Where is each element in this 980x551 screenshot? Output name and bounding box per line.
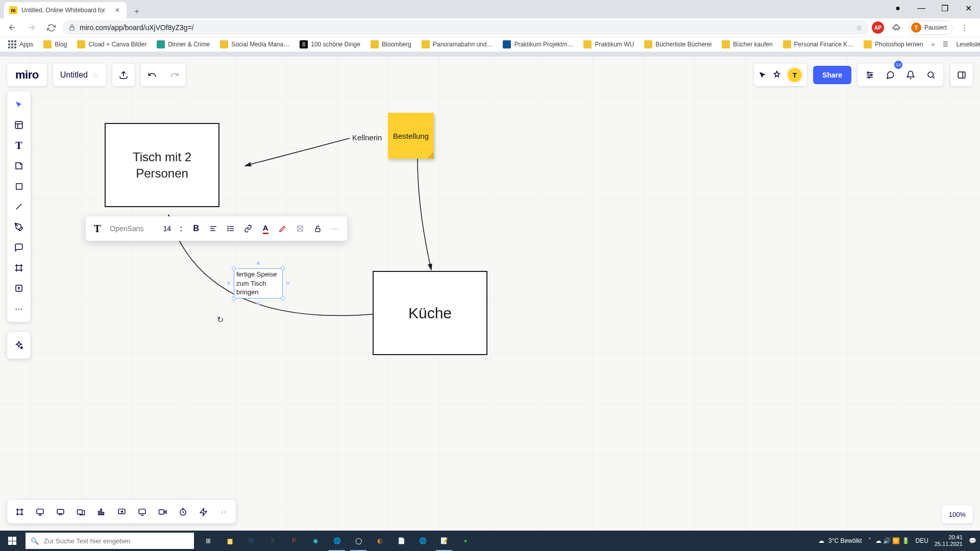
resize-handle[interactable]	[232, 296, 236, 300]
chat-icon[interactable]	[50, 502, 70, 521]
browser-tab[interactable]: m Untitled, Online Whiteboard for ✕	[4, 2, 127, 18]
reactions-icon[interactable]	[772, 64, 781, 86]
task-view-icon[interactable]: ⊞	[198, 531, 218, 551]
bookmark-item[interactable]: B100 schöne Dinge	[296, 38, 364, 51]
close-window-button[interactable]: ✕	[957, 0, 980, 16]
present-icon[interactable]	[30, 502, 50, 521]
bookmark-item[interactable]: Social Media Mana…	[216, 38, 293, 51]
apps-shortcut[interactable]: Apps	[4, 38, 37, 51]
edge-icon[interactable]: 🌐	[412, 531, 433, 551]
video-icon[interactable]	[152, 502, 173, 521]
word-icon[interactable]: W	[241, 531, 261, 551]
comment-tool[interactable]	[7, 237, 31, 258]
logo-pill[interactable]: miro	[7, 64, 47, 86]
edge-icon[interactable]: ◉	[305, 531, 326, 551]
size-down-icon[interactable]: ▼	[179, 229, 183, 233]
notepad-icon[interactable]: 📝	[434, 531, 454, 551]
tray-icons[interactable]: ˄ ☁ 🔊 🛜 🔋	[868, 537, 910, 544]
settings-icon[interactable]	[861, 64, 879, 86]
notification-icon[interactable]: 💬	[969, 537, 976, 544]
templates-tool[interactable]	[7, 115, 31, 135]
taskbar-search[interactable]: 🔍 Zur Suche Text hier eingeben	[26, 533, 194, 549]
comments-icon[interactable]: 14	[881, 64, 899, 86]
bookmark-item[interactable]: Bloomberg	[366, 38, 415, 51]
shape-tool[interactable]	[7, 176, 31, 196]
share-button[interactable]: Share	[813, 66, 851, 84]
app-icon[interactable]: ◐	[370, 531, 390, 551]
shape-kueche[interactable]: Küche	[373, 271, 487, 355]
bookmark-item[interactable]: Bücherliste Bücherei	[640, 38, 716, 51]
clock[interactable]: 20:41 25.11.2021	[935, 534, 963, 547]
rotate-handle[interactable]: ↻	[217, 315, 224, 324]
screen-icon[interactable]	[132, 502, 152, 521]
text-type-icon[interactable]: T	[94, 223, 101, 235]
export-button[interactable]	[112, 64, 135, 86]
omnibox[interactable]: miro.com/app/board/uXjVOf8yZ3g=/ ☆	[62, 20, 869, 35]
star-icon[interactable]: ☆	[92, 70, 99, 80]
powerpoint-icon[interactable]: P	[284, 531, 304, 551]
reload-button[interactable]	[43, 19, 59, 36]
resize-handle[interactable]	[281, 266, 285, 270]
font-size-input[interactable]: 14	[160, 224, 174, 233]
bell-icon[interactable]	[901, 64, 920, 86]
size-up-icon[interactable]: ▲	[179, 225, 183, 229]
side-handle[interactable]	[257, 302, 260, 305]
chrome-menu-icon[interactable]: ⋮	[957, 19, 973, 36]
user-avatar[interactable]: T	[787, 67, 803, 83]
bookmark-item[interactable]: Blog	[39, 38, 71, 51]
forward-button[interactable]	[23, 19, 40, 36]
bookmark-item[interactable]: Panoramabahn und…	[418, 38, 497, 51]
redo-button[interactable]	[163, 64, 186, 86]
text-tool[interactable]: T	[7, 135, 31, 156]
extension-abp-icon[interactable]: AP	[872, 21, 884, 34]
chevron-up-icon[interactable]: ˄	[868, 537, 871, 544]
bookmark-item[interactable]: Praktikum WU	[579, 38, 638, 51]
maximize-button[interactable]: ❐	[933, 0, 957, 16]
vote-icon[interactable]	[91, 502, 111, 521]
upload-tool[interactable]	[7, 278, 31, 298]
sticky-note[interactable]: Bestellung	[388, 113, 434, 159]
minimize-button[interactable]: ―	[910, 0, 933, 16]
frame-tool[interactable]	[7, 258, 31, 278]
canvas[interactable]: Tisch mit 2 Personen Küche Bestellung Ke…	[0, 57, 980, 531]
side-handle[interactable]	[286, 282, 289, 285]
share-screen-icon[interactable]	[111, 502, 132, 521]
list-button[interactable]	[223, 220, 239, 237]
sparkle-icon[interactable]	[7, 335, 31, 356]
bookmark-item[interactable]: Bücher kaufen	[718, 38, 776, 51]
app-icon[interactable]: 📄	[391, 531, 411, 551]
line-tool[interactable]	[7, 196, 31, 217]
select-tool[interactable]	[7, 94, 31, 115]
frames-icon[interactable]	[9, 502, 30, 521]
resize-handle[interactable]	[232, 266, 236, 270]
bookmark-item[interactable]: Cload + Canva Bilder	[73, 38, 151, 51]
cards-icon[interactable]	[70, 502, 91, 521]
label-kellnerin[interactable]: Kellnerin	[352, 133, 382, 142]
input-lang[interactable]: DEU	[916, 537, 928, 544]
bookmark-item[interactable]: Dinner & Crime	[153, 38, 214, 51]
shape-tisch[interactable]: Tisch mit 2 Personen	[105, 123, 219, 207]
more-icon[interactable]: ⋯	[327, 220, 343, 237]
collapse-icon[interactable]: ‹‹	[213, 502, 234, 521]
obs-icon[interactable]: ◯	[348, 531, 369, 551]
highlight-button[interactable]	[275, 220, 291, 237]
profile-chip[interactable]: T Pausiert	[909, 20, 952, 35]
excel-icon[interactable]: X	[262, 531, 283, 551]
back-button[interactable]	[4, 19, 20, 36]
reading-list[interactable]: ☰ Leseliste	[939, 39, 980, 50]
weather-widget[interactable]: ☁ 3°C Bewölkt	[818, 537, 862, 544]
account-dot-icon[interactable]: ●	[886, 0, 910, 16]
close-icon[interactable]: ✕	[113, 6, 121, 14]
zoom-level[interactable]: 100%	[942, 505, 973, 523]
pen-tool[interactable]	[7, 217, 31, 237]
cursor-icon[interactable]	[758, 64, 767, 86]
fill-button[interactable]	[292, 220, 308, 237]
selected-text-box[interactable]: fertige Speise zum Tisch bringen	[234, 268, 283, 298]
align-button[interactable]	[205, 220, 222, 237]
new-tab-button[interactable]: ＋	[130, 4, 144, 18]
side-handle[interactable]	[227, 282, 230, 285]
chrome-icon[interactable]: 🌐	[327, 531, 347, 551]
activity-icon[interactable]	[193, 502, 213, 521]
board-name[interactable]: Untitled ☆	[53, 64, 106, 86]
bookmark-item[interactable]: Photoshop lernen	[860, 38, 927, 51]
